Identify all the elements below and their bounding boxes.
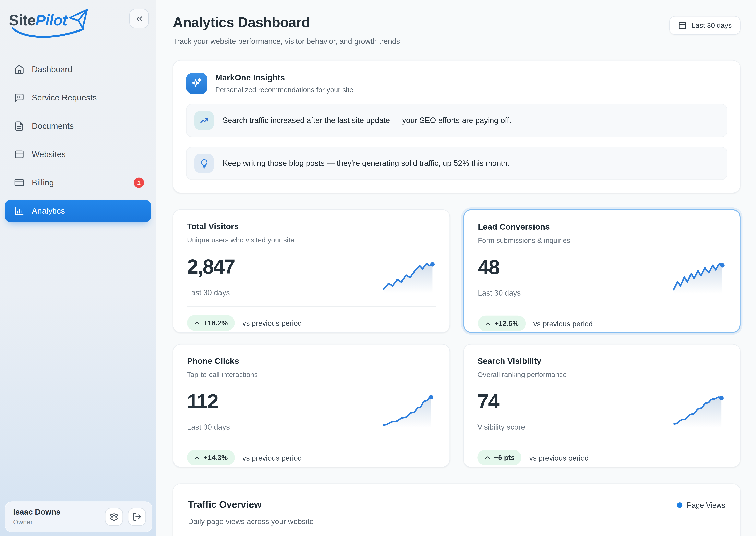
page-header: Analytics Dashboard Track your website p… (173, 15, 740, 46)
stat-footer: +18.2% vs previous period (187, 315, 436, 331)
user-name: Isaac Downs (13, 508, 61, 517)
sparkline-chart (672, 261, 725, 297)
stat-card-total-visitors[interactable]: Total Visitors Unique users who visited … (173, 209, 450, 333)
stats-grid: Total Visitors Unique users who visited … (173, 209, 740, 467)
chevron-up-icon (194, 320, 200, 326)
divider (477, 441, 726, 442)
page-title: Analytics Dashboard (173, 15, 402, 31)
traffic-overview-panel: Traffic Overview Daily page views across… (173, 483, 740, 536)
sidebar-item-label: Service Requests (32, 93, 97, 103)
sidebar-item-analytics[interactable]: Analytics (5, 200, 151, 222)
stat-title: Total Visitors (187, 222, 436, 232)
change-note: vs previous period (529, 453, 589, 462)
sidebar-collapse-button[interactable] (129, 9, 149, 28)
insights-panel: MarkOne Insights Personalized recommenda… (173, 60, 740, 193)
sidebar-item-service-requests[interactable]: Service Requests (5, 87, 151, 109)
change-badge: +12.5% (478, 316, 525, 331)
stat-card-lead-conversions[interactable]: Lead Conversions Form submissions & inqu… (463, 209, 740, 333)
stat-title: Lead Conversions (478, 222, 726, 232)
legend-page-views: Page Views (677, 501, 725, 509)
sitepilot-logo: SitePilot (9, 9, 90, 37)
user-card: Isaac Downs Owner (5, 501, 152, 532)
stat-subtitle: Form submissions & inquiries (478, 237, 726, 244)
change-value: +18.2% (203, 319, 228, 327)
legend-dot-icon (677, 502, 682, 508)
sidebar-item-label: Dashboard (32, 65, 72, 74)
gear-icon (109, 512, 119, 521)
date-range-label: Last 30 days (692, 21, 732, 29)
change-value: +6 pts (494, 454, 515, 461)
settings-button[interactable] (105, 508, 123, 526)
insights-header-text: MarkOne Insights Personalized recommenda… (215, 73, 353, 94)
sparkline-chart (382, 260, 435, 296)
logo-swoosh (10, 26, 88, 39)
legend-label: Page Views (687, 501, 725, 509)
change-note: vs previous period (242, 319, 302, 327)
sparkles-icon (186, 73, 207, 94)
home-icon (14, 64, 24, 75)
sidebar-item-label: Billing (32, 178, 54, 187)
browser-window-icon (14, 149, 24, 159)
chevrons-left-icon (134, 14, 144, 23)
calendar-icon (678, 21, 687, 30)
divider (478, 307, 726, 307)
sidebar: SitePilot Dashboard (0, 0, 156, 536)
change-value: +14.3% (203, 454, 228, 461)
change-value: +12.5% (494, 319, 519, 327)
trending-up-icon (194, 111, 214, 130)
sidebar-item-label: Analytics (32, 206, 65, 216)
insights-title: MarkOne Insights (215, 73, 353, 83)
sidebar-item-websites[interactable]: Websites (5, 144, 151, 165)
page-subtitle: Track your website performance, visitor … (173, 37, 402, 46)
sidebar-item-billing[interactable]: Billing 1 (5, 172, 151, 194)
traffic-title: Traffic Overview (188, 499, 314, 510)
sparkline-chart (673, 395, 725, 431)
logo-row: SitePilot (5, 8, 151, 37)
change-note: vs previous period (533, 319, 593, 328)
change-badge: +14.3% (187, 450, 234, 465)
stat-subtitle: Tap-to-call interactions (187, 371, 436, 379)
file-text-icon (14, 121, 24, 131)
stat-footer: +14.3% vs previous period (187, 450, 436, 465)
app-root: SitePilot Dashboard (0, 0, 756, 536)
date-range-button[interactable]: Last 30 days (669, 16, 740, 35)
message-square-icon (14, 93, 24, 103)
insight-text: Keep writing those blog posts — they're … (223, 159, 510, 168)
logo-text: SitePilot (9, 9, 67, 28)
stat-card-search-visibility[interactable]: Search Visibility Overall ranking perfor… (463, 344, 740, 467)
stat-title: Phone Clicks (187, 356, 436, 366)
logout-button[interactable] (128, 508, 146, 526)
chevron-up-icon (194, 454, 200, 461)
insight-text: Search traffic increased after the last … (223, 116, 511, 125)
stat-card-phone-clicks[interactable]: Phone Clicks Tap-to-call interactions 11… (173, 344, 450, 467)
stat-title: Search Visibility (477, 356, 726, 366)
sidebar-item-label: Documents (32, 121, 74, 131)
bar-chart-icon (14, 206, 24, 216)
divider (187, 306, 436, 307)
credit-card-icon (14, 178, 24, 188)
sidebar-item-label: Websites (32, 150, 66, 159)
change-note: vs previous period (242, 453, 302, 462)
logout-icon (132, 512, 142, 521)
chevron-up-icon (484, 454, 490, 461)
main-content: Analytics Dashboard Track your website p… (156, 0, 756, 536)
traffic-header-text: Traffic Overview Daily page views across… (188, 499, 314, 526)
user-role: Owner (13, 519, 61, 526)
sidebar-nav: Dashboard Service Requests Documents Web… (5, 58, 151, 222)
divider (187, 441, 436, 442)
change-badge: +6 pts (477, 450, 522, 465)
page-header-text: Analytics Dashboard Track your website p… (173, 15, 402, 46)
insight-item-blog: Keep writing those blog posts — they're … (186, 147, 727, 180)
sidebar-item-documents[interactable]: Documents (5, 115, 151, 137)
insight-item-seo: Search traffic increased after the last … (186, 104, 727, 137)
change-badge: +18.2% (187, 315, 234, 331)
sidebar-item-dashboard[interactable]: Dashboard (5, 58, 151, 81)
user-actions (105, 508, 146, 526)
user-info: Isaac Downs Owner (13, 508, 61, 526)
billing-notification-badge: 1 (134, 178, 144, 188)
stat-subtitle: Overall ranking performance (477, 371, 726, 379)
insights-subtitle: Personalized recommendations for your si… (215, 86, 353, 93)
sparkline-chart (382, 395, 435, 431)
lightbulb-icon (194, 154, 214, 173)
insights-header: MarkOne Insights Personalized recommenda… (186, 73, 727, 94)
